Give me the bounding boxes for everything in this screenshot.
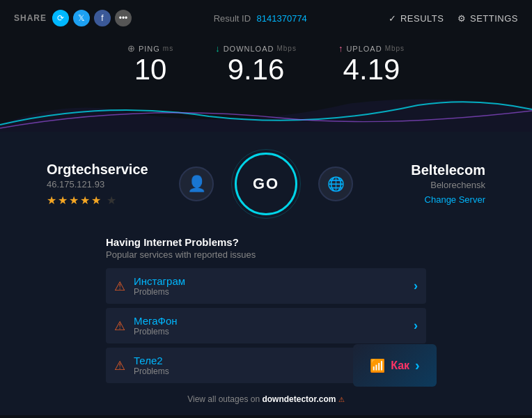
globe-icon: 🌐	[327, 176, 345, 192]
share-icons: ⟳ 𝕏 f •••	[52, 10, 132, 26]
ping-label: ⊕ PING ms	[127, 43, 173, 54]
server-info: Beltelecom Belorechensk Change Server	[374, 162, 485, 206]
header: SHARE ⟳ 𝕏 f ••• Result ID 8141370774 ✓ R…	[0, 0, 532, 36]
header-right: ✓ RESULTS ⚙ SETTINGS	[389, 13, 518, 24]
check-icon: ✓	[389, 13, 397, 24]
server-name: Beltelecom	[374, 162, 485, 178]
problem-status: Problems	[134, 287, 414, 297]
upload-stat: ↑ UPLOAD Mbps 4.19	[338, 43, 405, 86]
share-speedtest-button[interactable]: ⟳	[52, 10, 69, 26]
ping-stat: ⊕ PING ms 10	[127, 43, 173, 86]
ping-value: 10	[127, 54, 173, 86]
main-content: Orgtechservice 46.175.121.93 ★★★★★ ★ 👤 G…	[0, 132, 532, 415]
download-value: 9.16	[215, 54, 297, 86]
stats-row: ⊕ PING ms 10 ↓ DOWNLOAD Mbps 9.16 ↑ UPLO…	[0, 36, 532, 90]
problem-item-instagram[interactable]: ⚠ Инстаграм Problems ›	[106, 268, 426, 304]
problem-text: МегаФон Problems	[134, 315, 414, 336]
problem-item-megafon[interactable]: ⚠ МегаФон Problems ›	[106, 308, 426, 343]
problem-name: МегаФон	[134, 315, 414, 327]
gear-icon: ⚙	[457, 13, 467, 24]
share-label: SHARE	[14, 13, 47, 23]
overlay-badge[interactable]: 📶 Как ›	[353, 344, 437, 387]
isp-stars: ★★★★★ ★	[47, 194, 158, 207]
warning-icon: ⚠	[114, 318, 125, 334]
isp-ip: 46.175.121.93	[47, 179, 158, 189]
problem-name: Инстаграм	[134, 275, 414, 287]
change-server-button[interactable]: Change Server	[425, 194, 485, 205]
go-button[interactable]: GO	[235, 153, 297, 215]
upload-label: ↑ UPLOAD Mbps	[338, 43, 405, 54]
result-id-value: 8141370774	[257, 13, 307, 24]
download-label: ↓ DOWNLOAD Mbps	[215, 43, 297, 54]
share-more-button[interactable]: •••	[115, 10, 132, 26]
problem-item-tele2[interactable]: ⚠ Теле2 Problems › 📶 Как ›	[106, 348, 426, 383]
problem-text: Инстаграм Problems	[134, 275, 414, 297]
problems-title: Having Internet Problems?	[106, 236, 426, 248]
warning-icon: ⚠	[114, 358, 125, 373]
share-section: SHARE ⟳ 𝕏 f •••	[14, 10, 132, 26]
upload-value: 4.19	[338, 54, 405, 86]
overlay-badge-text: Как	[391, 359, 409, 372]
problems-section: Having Internet Problems? Popular servic…	[92, 229, 440, 383]
result-id-section: Result ID 8141370774	[214, 12, 307, 24]
problems-subtitle: Popular services with reported issues	[106, 249, 426, 260]
share-twitter-button[interactable]: 𝕏	[73, 10, 90, 26]
problem-status: Problems	[134, 327, 414, 336]
isp-info: Orgtechservice 46.175.121.93 ★★★★★ ★	[47, 162, 158, 207]
user-icon: 👤	[187, 175, 206, 193]
user-avatar-button[interactable]: 👤	[179, 167, 214, 201]
downdetector-link[interactable]: downdetector.com	[262, 394, 336, 404]
server-section: Orgtechservice 46.175.121.93 ★★★★★ ★ 👤 G…	[0, 146, 532, 229]
ping-icon: ⊕	[127, 43, 136, 54]
warning-icon: ⚠	[114, 279, 125, 294]
footer: View all outages on downdetector.com ⚠	[0, 387, 532, 408]
isp-name: Orgtechservice	[47, 162, 158, 178]
chevron-right-icon: ›	[414, 318, 418, 333]
share-facebook-button[interactable]: f	[94, 10, 111, 26]
chevron-right-icon: ›	[414, 279, 418, 293]
settings-button[interactable]: ⚙ SETTINGS	[457, 13, 518, 24]
server-city: Belorechensk	[374, 180, 485, 190]
result-id-label: Result ID	[214, 13, 251, 24]
download-stat: ↓ DOWNLOAD Mbps 9.16	[215, 43, 297, 86]
download-icon: ↓	[215, 43, 221, 54]
alert-dot-icon: ⚠	[338, 396, 345, 403]
upload-icon: ↑	[338, 43, 344, 54]
wave-area	[0, 90, 532, 132]
wifi-icon: 📶	[370, 358, 385, 373]
overlay-chevron-icon: ›	[415, 357, 420, 373]
globe-button[interactable]: 🌐	[318, 167, 353, 201]
results-button[interactable]: ✓ RESULTS	[389, 13, 444, 24]
